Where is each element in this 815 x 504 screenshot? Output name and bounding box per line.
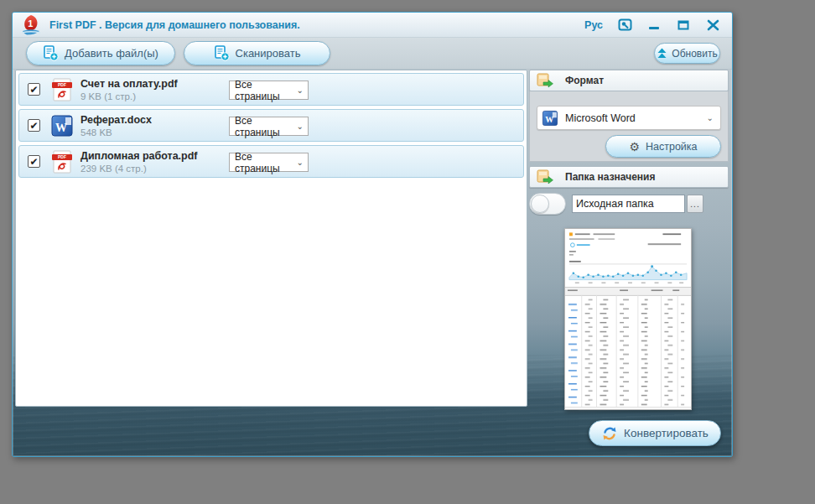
file-name: Счет на оплату.pdf (80, 78, 178, 90)
destination-section-label: Папка назначения (565, 171, 655, 183)
file-row[interactable]: ✔ PDF Дипломная работа.pdf 239 KB (4 стр… (18, 145, 524, 178)
format-section-header: Формат (529, 70, 729, 91)
svg-text:1: 1 (28, 18, 33, 28)
chevron-down-icon: ⌄ (707, 113, 714, 122)
file-checkbox[interactable]: ✔ (28, 155, 40, 168)
gear-icon: ⚙ (629, 141, 640, 153)
format-dropdown-value: Microsoft Word (565, 112, 636, 124)
close-icon[interactable] (705, 18, 720, 32)
browse-button[interactable]: ... (687, 195, 703, 213)
refresh-label: Обновить (672, 48, 717, 60)
destination-toggle[interactable] (529, 193, 566, 215)
refresh-button[interactable]: Обновить (654, 43, 720, 64)
file-list: ✔ PDF Счет на оплату.pdf 9 KB (1 стр.) В… (15, 70, 527, 407)
file-row[interactable]: ✔ W Реферат.docx 548 KB Все страницы ⌄ (18, 109, 524, 142)
scan-button[interactable]: Сканировать (184, 41, 330, 65)
pages-dropdown[interactable]: Все страницы ⌄ (229, 153, 309, 172)
file-size: 9 KB (1 стр.) (80, 91, 178, 101)
chevron-down-icon: ⌄ (297, 158, 304, 167)
pages-dropdown[interactable]: Все страницы ⌄ (229, 117, 309, 136)
file-size: 548 KB (80, 127, 152, 138)
destination-section-header: Папка назначения (529, 166, 729, 188)
convert-button[interactable]: Конвертировать (589, 420, 721, 446)
app-window: 1 First PDF . Версия для домашнего польз… (12, 12, 733, 457)
document-plus-icon (43, 45, 59, 61)
format-dropdown[interactable]: W Microsoft Word ⌄ (537, 106, 721, 130)
document-plus-icon (214, 45, 230, 61)
svg-text:PDF: PDF (58, 154, 66, 159)
svg-text:W: W (545, 114, 553, 123)
folder-export-icon (537, 73, 554, 89)
pages-dropdown-value: Все страницы (235, 79, 297, 102)
chevron-down-icon: ⌄ (297, 86, 304, 95)
file-name: Дипломная работа.pdf (80, 150, 198, 162)
window-title: First PDF . Версия для домашнего пользов… (49, 19, 300, 31)
toolbar: Добавить файл(ы) Сканировать Обновить (13, 38, 732, 70)
app-logo-icon: 1 (20, 14, 42, 36)
add-files-label: Добавить файл(ы) (65, 47, 158, 60)
titlebar: 1 First PDF . Версия для домашнего польз… (13, 13, 732, 38)
add-files-button[interactable]: Добавить файл(ы) (26, 41, 175, 65)
minimize-icon[interactable] (646, 18, 662, 32)
settings-label: Настройка (646, 141, 698, 153)
settings-column: Формат W Microsoft Word ⌄ ⚙ Настройка (529, 70, 729, 413)
format-box: W Microsoft Word ⌄ ⚙ Настройка (529, 91, 729, 162)
pdf-file-icon: PDF (51, 78, 73, 101)
svg-text:PDF: PDF (58, 82, 66, 87)
convert-label: Конвертировать (624, 427, 709, 439)
pdf-file-icon: PDF (51, 150, 73, 174)
folder-export-icon (537, 169, 554, 185)
eject-up-icon (657, 48, 667, 59)
pages-dropdown-value: Все страницы (235, 151, 297, 174)
tray-icon[interactable] (617, 18, 632, 32)
pages-dropdown-value: Все страницы (235, 115, 297, 138)
language-switch[interactable]: Рус (584, 19, 603, 31)
file-name: Реферат.docx (80, 114, 152, 126)
destination-section: Папка назначения ... (529, 166, 729, 215)
settings-button[interactable]: ⚙ Настройка (605, 135, 721, 158)
word-file-icon: W (542, 110, 558, 127)
scan-label: Сканировать (236, 47, 301, 60)
destination-folder-input[interactable] (572, 195, 685, 213)
svg-text:W: W (55, 121, 67, 133)
sync-arrows-icon (601, 425, 618, 442)
chevron-down-icon: ⌄ (297, 122, 304, 131)
file-size: 239 KB (4 стр.) (80, 164, 198, 174)
file-checkbox[interactable]: ✔ (28, 119, 40, 132)
toggle-knob (531, 195, 549, 213)
word-file-icon: W (51, 114, 73, 138)
maximize-icon[interactable] (676, 18, 691, 32)
preview-thumbnail (564, 228, 692, 410)
format-section-label: Формат (565, 75, 604, 86)
pages-dropdown[interactable]: Все страницы ⌄ (229, 81, 309, 100)
file-row[interactable]: ✔ PDF Счет на оплату.pdf 9 KB (1 стр.) В… (18, 73, 524, 106)
file-checkbox[interactable]: ✔ (28, 83, 40, 96)
